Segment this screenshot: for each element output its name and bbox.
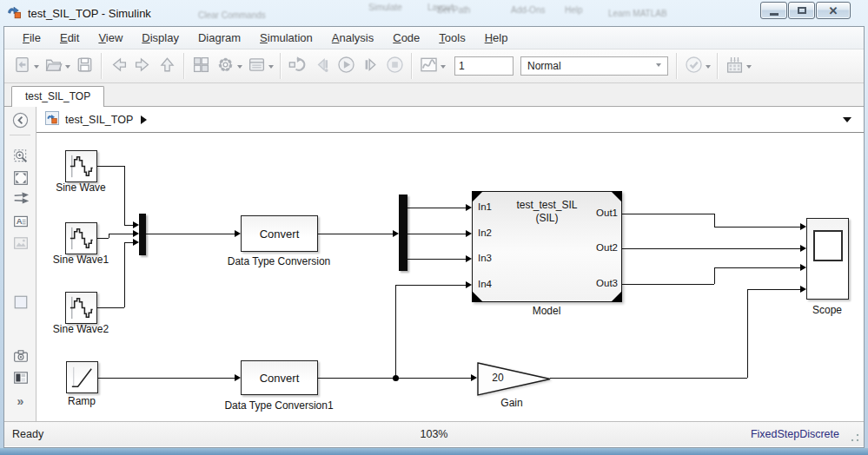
viewmarks-icon[interactable] [12,369,29,386]
toolbar: Normal [4,49,864,83]
model-output-port-out1: Out1 [552,208,618,218]
model-explorer-button[interactable] [244,53,268,79]
breadcrumb-dropdown-icon[interactable] [843,117,851,127]
stop-time-input[interactable] [454,56,514,76]
signal-line[interactable] [395,285,396,378]
model-input-port-in4: In4 [478,279,492,289]
forward-button[interactable] [130,53,155,79]
update-diagram-button[interactable] [285,53,309,79]
signal-line[interactable] [124,242,125,307]
block-sine-wave2[interactable] [65,292,97,324]
signal-line[interactable] [747,289,748,378]
signal-line[interactable] [714,267,715,284]
solver-name[interactable]: FixedStepDiscrete [751,428,839,440]
camera-icon[interactable] [12,347,29,364]
new-model-button[interactable] [10,53,34,79]
block-model-reference[interactable]: test_test_SIL (SIL) In1In2In3In4Out1Out2… [472,191,622,302]
library-browser-button[interactable] [189,53,213,79]
signal-line[interactable] [714,267,801,268]
block-sine-wave[interactable] [65,150,97,182]
block-data-type-conversion[interactable]: Convert [241,215,318,252]
signal-line[interactable] [714,214,715,227]
toolbar-separator [183,53,184,79]
signal-line[interactable] [395,285,467,286]
signal-line[interactable] [622,214,714,214]
menu-tools[interactable]: Tools [429,27,474,49]
diagram-canvas[interactable]: Sine Wave Sine Wave1 S [36,133,864,421]
back-button[interactable] [106,53,130,79]
chevron-down-icon[interactable] [34,65,39,71]
menu-help[interactable]: Help [475,27,518,49]
block-label: Data Type Conversion1 [224,399,333,412]
signal-line[interactable] [124,166,125,225]
close-icon: ✕ [829,5,838,16]
resize-grip[interactable] [850,432,860,443]
simulation-mode-select[interactable]: Normal [520,56,668,76]
chevron-down-icon[interactable] [65,65,70,71]
branch-point [393,375,399,381]
signal-routing-icon[interactable] [12,189,29,206]
signal-line[interactable] [318,234,394,234]
area-icon[interactable] [12,293,29,310]
block-ramp[interactable] [66,361,98,393]
background-window-text: Add-Ons [511,5,545,15]
signal-line[interactable] [109,234,134,234]
menu-simulation[interactable]: Simulation [250,27,322,49]
block-scope[interactable] [806,218,849,300]
tab-test-sil-top[interactable]: test_SIL_TOP [11,86,104,107]
signal-line[interactable] [146,234,235,234]
toolbar-separator [717,53,718,79]
chevron-down-icon[interactable] [706,65,711,71]
fit-to-view-icon[interactable] [12,169,29,186]
chevron-down-icon[interactable] [441,65,446,71]
menu-code[interactable]: Code [383,27,429,49]
block-sine-wave1[interactable] [65,222,97,254]
signal-line[interactable] [98,378,235,379]
block-label: Data Type Conversion [228,255,331,267]
maximize-button[interactable] [788,2,815,19]
menu-edit[interactable]: Edit [50,27,89,49]
model-advisor-button[interactable] [681,53,706,79]
signal-line[interactable] [550,378,747,379]
signal-line[interactable] [622,248,801,249]
signal-line[interactable] [714,227,801,228]
model-settings-button[interactable] [213,53,237,79]
menu-analysis[interactable]: Analysis [322,27,383,49]
save-button[interactable] [72,53,96,79]
signal-line[interactable] [407,208,467,208]
signal-line[interactable] [97,307,124,308]
breadcrumb-path[interactable]: test_SIL_TOP [65,114,133,126]
build-button[interactable] [722,53,746,79]
chevron-down-icon[interactable] [268,65,274,71]
palette-sidebar: A» [4,107,36,421]
chevron-down-icon[interactable] [237,65,242,71]
signal-line[interactable] [97,166,124,167]
menu-diagram[interactable]: Diagram [189,27,250,49]
menu-view[interactable]: View [89,27,132,49]
run-button[interactable] [334,53,358,79]
chevron-down-icon[interactable] [746,65,752,71]
signal-line[interactable] [407,234,467,234]
close-button[interactable]: ✕ [816,2,851,19]
signal-line[interactable] [622,284,714,285]
save-icon [76,56,94,77]
signal-line[interactable] [747,289,801,290]
data-inspector-button[interactable] [416,53,441,79]
menu-display[interactable]: Display [132,27,189,49]
zoom-icon[interactable] [12,148,29,164]
title-bar[interactable]: Clear CommandsSimulateLayoutSet PathAdd-… [0,0,868,26]
step-forward-button[interactable] [358,53,382,79]
annotation-icon[interactable]: A [12,213,29,229]
signal-line[interactable] [97,238,109,239]
navigate-back-button[interactable] [12,112,29,129]
status-bar: Ready 103% FixedStepDiscrete [4,421,864,446]
open-button[interactable] [41,53,65,79]
menu-file[interactable]: File [13,27,50,49]
minimize-button[interactable] [760,2,787,19]
breadcrumb[interactable]: test_SIL_TOP [36,107,864,133]
signal-line[interactable] [407,259,467,260]
toolbar-separator [101,53,102,79]
block-data-type-conversion1[interactable]: Convert [241,360,318,395]
expand-icon[interactable]: » [12,392,29,409]
up-button[interactable] [155,53,179,79]
